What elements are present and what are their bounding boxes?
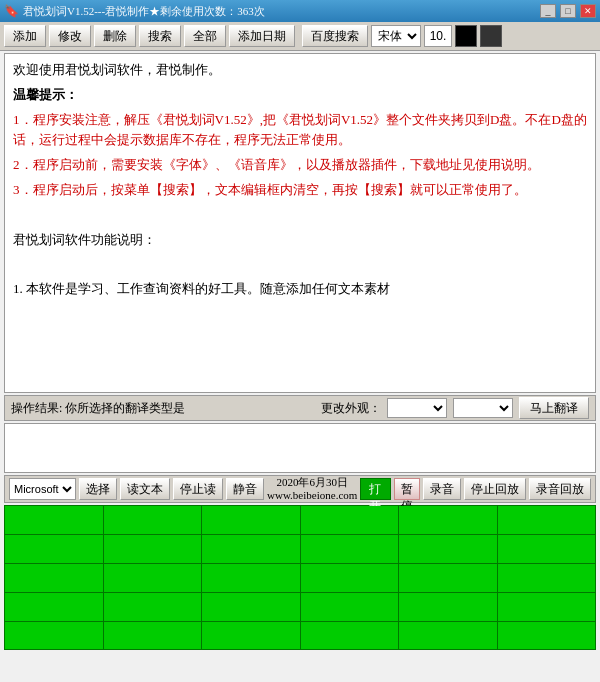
- grid-cell: [5, 564, 104, 592]
- extra-area: [4, 423, 596, 473]
- grid-row: [5, 593, 595, 622]
- grid-cell: [498, 535, 596, 563]
- change-style-label: 更改外观：: [321, 400, 381, 417]
- grid-cell: [5, 622, 104, 650]
- grid-cell: [202, 622, 301, 650]
- baidu-search-button[interactable]: 百度搜索: [302, 25, 368, 47]
- item-3: 3．程序启动后，按菜单【搜索】，文本编辑框内清空，再按【搜索】就可以正常使用了。: [13, 180, 587, 201]
- edit-button[interactable]: 修改: [49, 25, 91, 47]
- title-bar: 🔖 君悦划词V1.52---君悦制作★剩余使用次数：363次 _ □ ✕: [0, 0, 600, 22]
- style-combo-1[interactable]: [387, 398, 447, 418]
- add-button[interactable]: 添加: [4, 25, 46, 47]
- style-combo-2[interactable]: [453, 398, 513, 418]
- grid-row: [5, 506, 595, 535]
- translate-button[interactable]: 马上翻译: [519, 397, 589, 419]
- title-text: 君悦划词V1.52---君悦制作★剩余使用次数：363次: [23, 4, 538, 19]
- grid-row: [5, 564, 595, 593]
- pause-button[interactable]: 暂停: [394, 478, 420, 500]
- app-icon: 🔖: [4, 4, 19, 19]
- date-display: 2020年6月30日 www.beibeione.com: [267, 476, 357, 502]
- bottom-toolbar: Microsoft 选择 读文本 停止读 静音 2020年6月30日 www.b…: [4, 475, 596, 503]
- record-button[interactable]: 录音: [423, 478, 461, 500]
- grid-cell: [498, 506, 596, 534]
- grid-cell: [301, 593, 400, 621]
- grid-cell: [301, 506, 400, 534]
- item-1: 1．程序安装注意，解压《君悦划词V1.52》,把《君悦划词V1.52》整个文件夹…: [13, 110, 587, 152]
- grid-cell: [498, 593, 596, 621]
- minimize-button[interactable]: _: [540, 4, 556, 18]
- grid-cell: [5, 506, 104, 534]
- all-button[interactable]: 全部: [184, 25, 226, 47]
- operation-text: 操作结果: 你所选择的翻译类型是: [11, 400, 315, 417]
- maximize-button[interactable]: □: [560, 4, 576, 18]
- green-grid: [4, 505, 596, 650]
- grid-cell: [399, 593, 498, 621]
- grid-row: [5, 622, 595, 650]
- font-size-input[interactable]: 10.: [424, 25, 452, 47]
- stop-playback-button[interactable]: 停止回放: [464, 478, 526, 500]
- welcome-line: 欢迎使用君悦划词软件，君悦制作。: [13, 60, 587, 81]
- features-title: 君悦划词软件功能说明：: [13, 230, 587, 251]
- voice-select[interactable]: Microsoft: [9, 478, 76, 500]
- grid-cell: [399, 535, 498, 563]
- close-button[interactable]: ✕: [580, 4, 596, 18]
- grid-cell: [399, 564, 498, 592]
- grid-cell: [498, 622, 596, 650]
- grid-cell: [301, 622, 400, 650]
- stop-read-button[interactable]: 停止读: [173, 478, 223, 500]
- playback-button[interactable]: 录音回放: [529, 478, 591, 500]
- delete-button[interactable]: 删除: [94, 25, 136, 47]
- blank-line-2: [13, 254, 587, 275]
- open-button[interactable]: 打开: [360, 478, 390, 500]
- grid-cell: [104, 535, 203, 563]
- grid-cell: [104, 564, 203, 592]
- add-date-button[interactable]: 添加日期: [229, 25, 295, 47]
- status-bar: 操作结果: 你所选择的翻译类型是 更改外观： 马上翻译: [4, 395, 596, 421]
- grid-row: [5, 535, 595, 564]
- mute-button[interactable]: 静音: [226, 478, 264, 500]
- reminder-title: 温馨提示：: [13, 85, 587, 106]
- grid-cell: [498, 564, 596, 592]
- item-2: 2．程序启动前，需要安装《字体》、《语音库》，以及播放器插件，下载地址见使用说明…: [13, 155, 587, 176]
- grid-cell: [104, 506, 203, 534]
- toolbar: 添加 修改 删除 搜索 全部 添加日期 百度搜索 宋体 黑体 楷体 10.: [0, 22, 600, 51]
- grid-cell: [399, 622, 498, 650]
- select-button[interactable]: 选择: [79, 478, 117, 500]
- grid-cell: [301, 535, 400, 563]
- color-picker-black[interactable]: [455, 25, 477, 47]
- grid-cell: [202, 564, 301, 592]
- font-select[interactable]: 宋体 黑体 楷体: [371, 25, 421, 47]
- search-button[interactable]: 搜索: [139, 25, 181, 47]
- grid-cell: [202, 593, 301, 621]
- grid-cell: [202, 535, 301, 563]
- grid-cell: [301, 564, 400, 592]
- grid-cell: [104, 622, 203, 650]
- grid-cell: [104, 593, 203, 621]
- grid-cell: [399, 506, 498, 534]
- read-text-button[interactable]: 读文本: [120, 478, 170, 500]
- grid-cell: [202, 506, 301, 534]
- blank-line: [13, 205, 587, 226]
- item-4: 1. 本软件是学习、工作查询资料的好工具。随意添加任何文本素材: [13, 279, 587, 300]
- color-picker-dark[interactable]: [480, 25, 502, 47]
- main-content-area[interactable]: 欢迎使用君悦划词软件，君悦制作。 温馨提示： 1．程序安装注意，解压《君悦划词V…: [4, 53, 596, 393]
- grid-cell: [5, 593, 104, 621]
- grid-cell: [5, 535, 104, 563]
